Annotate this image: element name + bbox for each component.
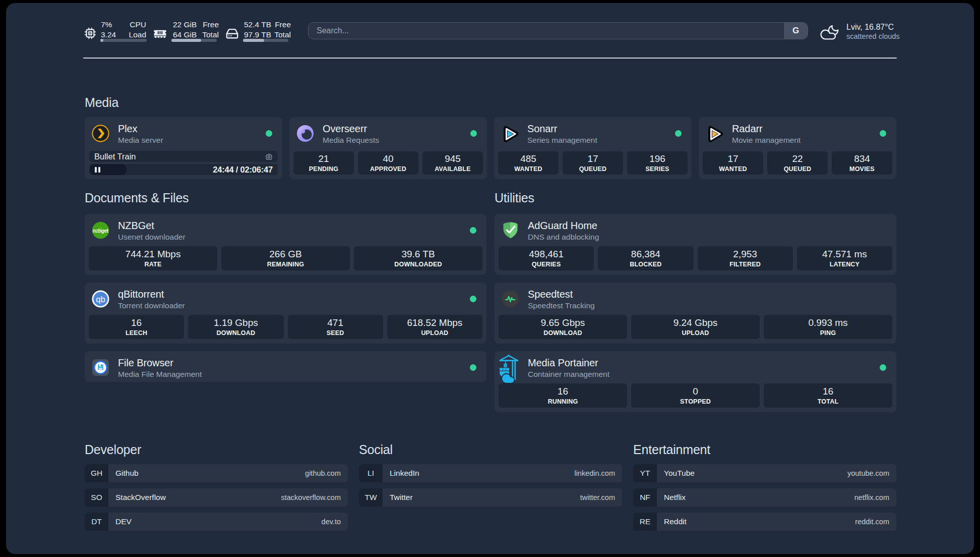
radarr-icon	[705, 124, 724, 143]
stat-pending: 21 PENDING	[293, 151, 354, 175]
pause-button[interactable]	[95, 167, 100, 173]
bookmark-name: Github	[115, 469, 139, 478]
bookmark-url: stackoverflow.com	[281, 493, 341, 502]
stat-download: 9.65 Gbps DOWNLOAD	[499, 315, 627, 339]
service-card-plex[interactable]: Plex Media server Bullet Train 24:44 / 0…	[85, 117, 282, 179]
service-description: Usenet downloader	[118, 232, 186, 242]
bookmark-body: StackOverflow stackoverflow.com	[108, 488, 348, 507]
stat-value: 618.52 Mbps	[407, 317, 462, 328]
stat-label: UPLOAD	[682, 329, 709, 337]
bookmark-abbr: NF	[633, 488, 657, 507]
service-card-qbittorrent[interactable]: qb qBittorrent Torrent downloader 16 LEE…	[85, 283, 486, 344]
service-name: Overseerr	[323, 123, 367, 135]
service-card-nzbget[interactable]: nzbget NZBGet Usenet downloader 744.21 M…	[85, 214, 486, 275]
section-column-utilities: Utilities AdGuard Home DNS and adblockin…	[495, 190, 896, 412]
stat-value: 0	[693, 386, 698, 397]
service-card-filebrowser[interactable]: File Browser Media File Management	[85, 351, 486, 382]
bookmark-name: StackOverflow	[115, 493, 166, 502]
stat-seed: 471 SEED	[288, 315, 383, 339]
bookmark-url: linkedin.com	[574, 469, 615, 477]
bookmark-abbr: SO	[85, 488, 108, 507]
section-title: Documents & Files	[85, 190, 486, 205]
service-card-portainer[interactable]: Media Portainer Container management 16 …	[495, 351, 896, 412]
bookmark-name: LinkedIn	[390, 469, 419, 478]
bookmark-reddit[interactable]: RE Reddit reddit.com	[633, 513, 896, 531]
stat-value: 16	[131, 317, 142, 328]
section-column-documents-files: Documents & Files nzbget NZBGet Usenet d…	[85, 190, 486, 382]
bookmark-url: dev.to	[322, 518, 341, 526]
service-name: NZBGet	[118, 220, 154, 232]
bookmark-twitter[interactable]: TW Twitter twitter.com	[359, 488, 622, 507]
stat-label: STOPPED	[680, 398, 711, 406]
bookmark-linkedin[interactable]: LI LinkedIn linkedin.com	[359, 464, 622, 482]
service-card-overseerr[interactable]: Overseerr Media Requests 21 PENDING 40 A…	[289, 117, 487, 179]
service-description: Media Requests	[323, 135, 379, 145]
section-title: Utilities	[495, 190, 896, 205]
stat-value: 266 GB	[269, 249, 301, 260]
stat-value: 485	[520, 153, 536, 164]
content-area: Media Plex Media server Bullet Train 24:…	[85, 59, 896, 531]
service-description: Torrent downloader	[118, 301, 185, 310]
memory-total-value: 64 GiB	[173, 30, 197, 39]
bookmark-github[interactable]: GH Github github.com	[85, 464, 348, 482]
status-online-dot	[675, 130, 682, 137]
player-time: 24:44 / 02:06:47	[213, 164, 273, 175]
bookmark-sections: Developer GH Github github.com SO StackO…	[85, 442, 896, 531]
stat-label: QUEUED	[784, 165, 812, 173]
weather-location-temp: Lviv, 16.87°C	[846, 22, 900, 32]
stat-approved: 40 APPROVED	[358, 151, 418, 175]
bookmark-body: LinkedIn linkedin.com	[383, 464, 622, 482]
bookmark-stackoverflow[interactable]: SO StackOverflow stackoverflow.com	[85, 488, 348, 507]
stat-label: RATE	[145, 260, 162, 268]
memory-total-label: Total	[202, 30, 219, 39]
section-title: Developer	[85, 442, 348, 457]
stat-label: REMAINING	[267, 260, 304, 268]
bookmark-group-social: Social LI LinkedIn linkedin.com TW Twitt…	[359, 442, 622, 507]
stat-label: PENDING	[309, 165, 338, 173]
stat-label: QUEUED	[579, 165, 607, 173]
two-column-sections: Documents & Files nzbget NZBGet Usenet d…	[85, 190, 896, 412]
stat-value: 22	[792, 153, 803, 164]
stat-leech: 16 LEECH	[89, 315, 184, 339]
stat-label: WANTED	[719, 165, 747, 173]
stat-label: DOWNLOAD	[543, 329, 582, 337]
status-online-dot	[470, 364, 476, 371]
bookmark-abbr: RE	[633, 513, 657, 531]
stat-value: 16	[823, 386, 833, 397]
stat-value: 834	[854, 153, 870, 164]
stat-label: BLOCKED	[630, 260, 661, 268]
bookmark-body: Netflix netflix.com	[657, 488, 896, 507]
stat-value: 1.19 Gbps	[214, 317, 258, 328]
service-stats: 16 RUNNING 0 STOPPED 16 TOTAL	[499, 383, 892, 408]
bookmark-youtube[interactable]: YT YouTube youtube.com	[633, 464, 896, 482]
service-stats: 21 PENDING 40 APPROVED 945 AVAILABLE	[293, 151, 483, 175]
stat-downloaded: 39.6 TB DOWNLOADED	[354, 246, 482, 270]
bookmark-group-entertainment: Entertainment YT YouTube youtube.com NF …	[633, 442, 896, 531]
stat-series: 196 SERIES	[627, 151, 688, 175]
camera-icon	[265, 153, 273, 160]
stat-value: 471	[327, 317, 343, 328]
service-card-sonarr[interactable]: Sonarr Series management 485 WANTED 17 Q…	[494, 117, 692, 179]
stat-label: QUERIES	[532, 260, 561, 268]
service-description: Movie management	[732, 135, 801, 145]
status-online-dot	[470, 296, 476, 302]
search-input[interactable]	[309, 23, 784, 39]
bookmark-netflix[interactable]: NF Netflix netflix.com	[633, 488, 896, 507]
stat-queries: 498,461 QUERIES	[499, 246, 594, 270]
stat-available: 945 AVAILABLE	[422, 151, 483, 175]
service-name: AdGuard Home	[528, 220, 597, 232]
search-provider-button[interactable]: G	[784, 23, 808, 39]
bookmark-dev[interactable]: DT DEV dev.to	[85, 513, 348, 531]
status-online-dot	[266, 130, 272, 137]
service-card-adguard[interactable]: AdGuard Home DNS and adblocking 498,461 …	[495, 214, 896, 275]
bookmark-abbr: YT	[633, 464, 657, 482]
weather-condition: scattered clouds	[846, 32, 900, 41]
adguard-icon	[501, 221, 520, 240]
disk-widget: 52.4 TB Free 97.9 TB Total	[244, 20, 291, 39]
service-name: qBittorrent	[118, 289, 164, 300]
nzbget-icon: nzbget	[91, 221, 110, 240]
stat-value: 196	[649, 153, 665, 164]
service-card-speedtest[interactable]: Speedtest Speedtest Tracking 9.65 Gbps D…	[495, 283, 896, 344]
service-card-radarr[interactable]: Radarr Movie management 17 WANTED 22 QUE…	[699, 117, 896, 179]
bookmark-url: twitter.com	[580, 493, 615, 502]
